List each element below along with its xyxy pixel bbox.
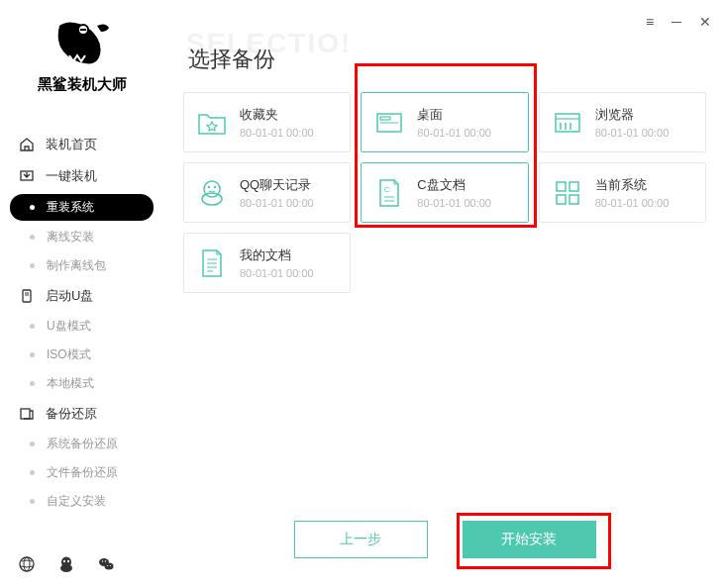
usb-icon [18,287,36,305]
card-title: 桌面 [417,106,491,124]
whale-logo-icon [52,18,113,67]
nav-group-usb[interactable]: 启动U盘 [0,280,163,312]
nav-label: 启动U盘 [46,287,93,305]
card-time: 80-01-01 00:00 [240,267,314,279]
nav-item-offline[interactable]: 离线安装 [0,223,163,251]
minimize-icon[interactable]: ─ [672,14,681,30]
doc-icon [196,247,228,279]
svg-point-11 [60,564,72,572]
svg-point-18 [107,565,108,566]
nav-item-label: 文件备份还原 [47,464,118,481]
svg-point-12 [63,560,65,563]
card-title: 浏览器 [595,106,670,124]
svg-rect-35 [557,182,566,191]
svg-text:C:: C: [384,186,391,193]
home-icon [18,136,36,153]
svg-rect-36 [570,182,578,191]
nav-item-label: 制作离线包 [47,257,106,274]
nav-item-custom[interactable]: 自定义安装 [0,487,163,516]
svg-point-29 [202,193,222,205]
card-title: C盘文档 [417,176,491,194]
card-qq[interactable]: QQ聊天记录80-01-01 00:00 [183,162,351,223]
cdoc-icon: C: [373,177,405,209]
card-title: 当前系统 [595,176,670,194]
nav-item-makepack[interactable]: 制作离线包 [0,251,163,280]
svg-rect-37 [557,195,566,204]
card-time: 80-01-01 00:00 [240,197,314,209]
svg-point-13 [67,560,69,563]
prev-button[interactable]: 上一步 [294,521,428,558]
svg-point-31 [214,185,216,187]
svg-rect-23 [556,114,579,132]
close-icon[interactable]: ✕ [699,14,711,30]
card-time: 80-01-01 00:00 [417,197,491,209]
nav-group-backup[interactable]: 备份还原 [0,398,163,430]
qq-icon[interactable] [57,555,75,573]
nav-group-install[interactable]: 一键装机 [0,160,163,192]
card-time: 80-01-01 00:00 [240,127,314,139]
card-title: QQ聊天记录 [240,176,314,194]
svg-rect-21 [380,117,390,120]
card-time: 80-01-01 00:00 [595,127,670,139]
card-time: 80-01-01 00:00 [595,197,670,209]
nav-item-label: 自定义安装 [47,493,106,510]
svg-rect-38 [570,195,578,204]
card-time: 80-01-01 00:00 [417,127,491,139]
action-buttons: 上一步 开始安装 [163,521,726,558]
nav-item-label: 离线安装 [47,229,94,245]
star-folder-icon [196,107,228,139]
svg-rect-7 [21,409,30,419]
sidebar: 黑鲨装机大师 装机首页 一键装机 重装系统 离线安装 制作离线包 启动U盘 U盘… [0,0,163,588]
card-favorites[interactable]: 收藏夹80-01-01 00:00 [183,92,351,152]
nav: 装机首页 一键装机 重装系统 离线安装 制作离线包 启动U盘 U盘模式 ISO模… [0,129,163,540]
backup-icon [18,405,36,423]
svg-point-17 [105,560,106,561]
svg-point-9 [24,557,30,571]
card-desktop[interactable]: 桌面80-01-01 00:00 [361,92,528,152]
page-title: 选择备份 [188,45,711,74]
nav-item-label: ISO模式 [47,346,91,363]
main-content: ≡ ─ ✕ SELECTIO! 选择备份 收藏夹80-01-01 00:00 桌… [163,0,726,588]
svg-rect-4 [23,290,31,302]
svg-point-30 [208,185,210,187]
card-title: 收藏夹 [240,106,314,124]
system-icon [552,177,583,209]
logo-area: 黑鲨装机大师 [0,0,163,104]
card-cdrive[interactable]: C: C盘文档80-01-01 00:00 [361,162,528,223]
card-title: 我的文档 [240,246,314,264]
card-browser[interactable]: 浏览器80-01-01 00:00 [539,92,706,152]
install-icon [18,167,36,185]
qq-chat-icon [196,177,228,209]
nav-item-filebackup[interactable]: 文件备份还原 [0,458,163,487]
nav-label: 一键装机 [46,167,97,185]
bottom-icons [0,540,163,588]
svg-point-16 [102,560,103,561]
nav-item-localmode[interactable]: 本地模式 [0,369,163,398]
browser-icon [552,107,583,139]
nav-label: 装机首页 [46,136,97,153]
backup-grid: 收藏夹80-01-01 00:00 桌面80-01-01 00:00 浏览器80… [183,92,706,293]
nav-item-label: 系统备份还原 [47,436,118,452]
nav-item-label: 本地模式 [47,375,94,392]
svg-point-19 [110,565,111,566]
nav-item-isomode[interactable]: ISO模式 [0,341,163,369]
desktop-icon [373,107,405,139]
nav-item-usbmode[interactable]: U盘模式 [0,312,163,341]
menu-icon[interactable]: ≡ [646,14,654,30]
start-button[interactable]: 开始安装 [463,521,596,558]
ie-icon[interactable] [18,555,36,573]
svg-point-15 [105,563,114,570]
svg-rect-2 [80,29,86,31]
nav-label: 备份还原 [46,405,97,423]
card-system[interactable]: 当前系统80-01-01 00:00 [539,162,706,223]
svg-point-8 [20,557,34,571]
nav-group-home[interactable]: 装机首页 [0,129,163,160]
nav-item-reinstall[interactable]: 重装系统 [10,194,154,221]
nav-item-label: U盘模式 [47,318,91,335]
app-title: 黑鲨装机大师 [0,75,163,94]
nav-item-label: 重装系统 [47,199,94,216]
nav-item-sysbackup[interactable]: 系统备份还原 [0,430,163,458]
window-controls: ≡ ─ ✕ [646,14,711,30]
card-mydoc[interactable]: 我的文档80-01-01 00:00 [183,233,351,293]
wechat-icon[interactable] [97,555,115,573]
